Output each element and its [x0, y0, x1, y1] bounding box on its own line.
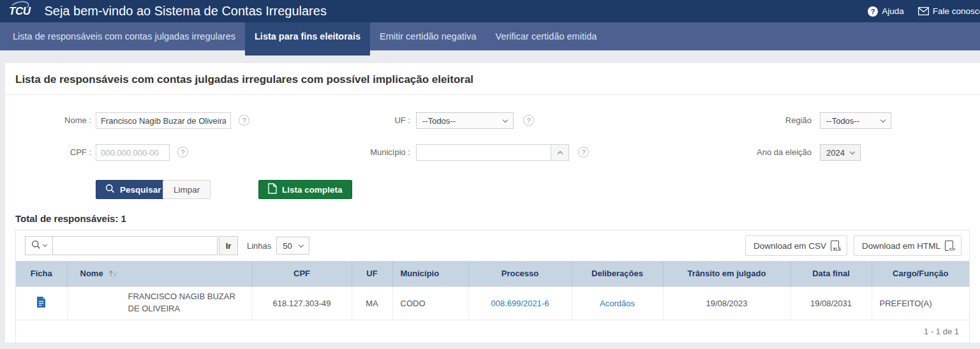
page-title: Lista de responsáveis com contas julgada… — [5, 63, 980, 95]
download-actions: Download em CSV XLS Download em HTML </> — [745, 235, 961, 256]
municipio-help-icon[interactable]: ? — [578, 147, 589, 158]
screen: TCU Seja bem-vindo ao Sistema de Contas … — [0, 0, 980, 349]
total-responsaveis: Total de responsáveis: 1 — [15, 213, 980, 224]
content-card: Lista de responsáveis com contas julgada… — [5, 63, 980, 343]
download-csv-button[interactable]: Download em CSV XLS — [745, 235, 847, 256]
table-row: FRANCISCO NAGIB BUZAR DE OLIVEIRA 618.12… — [16, 286, 969, 320]
tab-lista-fins-eleitorais[interactable]: Lista para fins eleitorais — [245, 22, 370, 56]
deliberacoes-cell: Acordãos — [572, 286, 663, 320]
tcu-logo[interactable]: TCU — [9, 5, 30, 18]
report-container: Ir Linhas 50 Download em CSV XLS Downloa… — [15, 230, 970, 343]
contact-link[interactable]: Fale conosco — [918, 6, 980, 16]
municipio-combobox — [416, 144, 569, 161]
municipio-label: Município : — [334, 144, 410, 161]
pesquisar-button[interactable]: Pesquisar — [96, 180, 171, 199]
rows-select[interactable]: 50 — [276, 237, 309, 255]
chevron-down-icon — [299, 242, 304, 247]
cpf-input[interactable] — [96, 144, 170, 161]
limpar-label: Limpar — [174, 185, 200, 195]
column-header-transito[interactable]: Trânsito em julgado — [663, 261, 791, 286]
cpf-label: CPF : — [15, 144, 91, 161]
nome-cell: FRANCISCO NAGIB BUZAR DE OLIVEIRA — [67, 286, 252, 320]
municipio-cell: CODO — [392, 286, 468, 320]
filter-form: Nome : ? UF : --Todos-- ? Região --Todos… — [5, 95, 980, 207]
column-header-municipio[interactable]: Município — [392, 261, 468, 286]
data-final-cell: 19/08/2031 — [791, 286, 872, 320]
regiao-label: Região — [735, 112, 812, 129]
ano-eleicao-label: Ano da eleição — [735, 144, 812, 161]
processo-cell: 008.699/2021-6 — [468, 286, 572, 320]
uf-cell: MA — [352, 286, 392, 320]
go-button[interactable]: Ir — [219, 236, 238, 255]
chevron-up-icon — [557, 151, 562, 156]
results-table: Ficha Nome CPF UF Município Processo Del… — [16, 261, 969, 320]
chevron-down-icon — [880, 117, 886, 122]
column-header-cpf[interactable]: CPF — [252, 261, 352, 286]
uf-label: UF : — [334, 112, 410, 129]
lista-completa-button[interactable]: Lista completa — [258, 180, 352, 199]
help-link[interactable]: ? Ajuda — [868, 6, 904, 17]
column-header-ficha[interactable]: Ficha — [16, 261, 67, 286]
ano-eleicao-value: 2024 — [826, 148, 845, 158]
pesquisar-label: Pesquisar — [120, 185, 161, 195]
chevron-down-icon — [503, 117, 508, 122]
cpf-help-icon[interactable]: ? — [177, 147, 188, 158]
html-file-icon: </> — [945, 241, 953, 251]
download-csv-label: Download em CSV — [754, 241, 826, 251]
municipio-input[interactable] — [416, 144, 551, 161]
help-icon: ? — [868, 6, 878, 17]
xls-file-icon: XLS — [831, 241, 839, 251]
column-header-deliberacoes[interactable]: Deliberações — [572, 261, 663, 286]
column-header-uf[interactable]: UF — [352, 261, 392, 286]
search-icon — [105, 184, 115, 195]
uf-select[interactable]: --Todos-- — [416, 112, 514, 129]
search-icon — [31, 240, 41, 252]
document-icon — [268, 183, 277, 196]
column-header-cargo[interactable]: Cargo/Função — [872, 261, 969, 286]
mail-icon — [918, 7, 929, 15]
tab-lista-responsaveis[interactable]: Lista de responsáveis com contas julgada… — [3, 22, 245, 50]
main-nav: Lista de responsáveis com contas julgada… — [0, 22, 980, 50]
uf-select-value: --Todos-- — [422, 116, 456, 126]
cpf-cell: 618.127.303-49 — [252, 286, 352, 320]
report-toolbar: Ir Linhas 50 Download em CSV XLS Downloa… — [16, 230, 969, 261]
nome-label: Nome : — [15, 112, 91, 129]
search-options-button[interactable] — [25, 236, 53, 255]
tab-verificar-certidao[interactable]: Verificar certidão emitida — [486, 22, 607, 50]
chevron-down-icon — [850, 149, 855, 154]
cargo-cell: PREFEITO(A) — [872, 286, 969, 320]
ano-eleicao-select[interactable]: 2024 — [820, 144, 861, 161]
download-html-button[interactable]: Download em HTML </> — [854, 235, 961, 256]
regiao-select-value: --Todos-- — [826, 116, 859, 126]
rows-select-value: 50 — [283, 241, 292, 251]
transito-cell: 19/08/2023 — [663, 286, 791, 320]
column-header-processo[interactable]: Processo — [468, 261, 572, 286]
uf-help-icon[interactable]: ? — [523, 115, 534, 126]
sort-ascending-icon — [108, 269, 118, 279]
ficha-document-icon[interactable] — [36, 296, 46, 310]
report-search-input[interactable] — [53, 236, 218, 255]
lista-completa-label: Lista completa — [282, 185, 343, 195]
app-title: Seja bem-vindo ao Sistema de Contas Irre… — [44, 4, 326, 19]
table-header-row: Ficha Nome CPF UF Município Processo Del… — [16, 261, 969, 286]
pagination-status: 1 - 1 de 1 — [16, 320, 969, 343]
processo-link[interactable]: 008.699/2021-6 — [491, 299, 549, 308]
contact-label: Fale conosco — [933, 6, 980, 16]
app-header: TCU Seja bem-vindo ao Sistema de Contas … — [0, 0, 980, 22]
help-label: Ajuda — [882, 6, 904, 16]
chevron-down-icon — [43, 242, 47, 247]
download-html-label: Download em HTML — [862, 241, 940, 251]
rows-label: Linhas — [247, 241, 271, 251]
deliberacoes-link[interactable]: Acordãos — [600, 299, 635, 308]
tab-emitir-certidao[interactable]: Emitir certidão negativa — [370, 22, 486, 50]
column-header-nome[interactable]: Nome — [67, 261, 252, 286]
nome-input[interactable] — [96, 112, 231, 129]
limpar-button[interactable]: Limpar — [163, 180, 211, 199]
municipio-expand-button[interactable] — [551, 144, 569, 161]
column-header-data-final[interactable]: Data final — [791, 261, 872, 286]
nome-help-icon[interactable]: ? — [239, 115, 249, 126]
ficha-cell — [16, 286, 67, 320]
header-actions: ? Ajuda Fale conosco — [868, 0, 980, 22]
regiao-select[interactable]: --Todos-- — [820, 112, 891, 129]
